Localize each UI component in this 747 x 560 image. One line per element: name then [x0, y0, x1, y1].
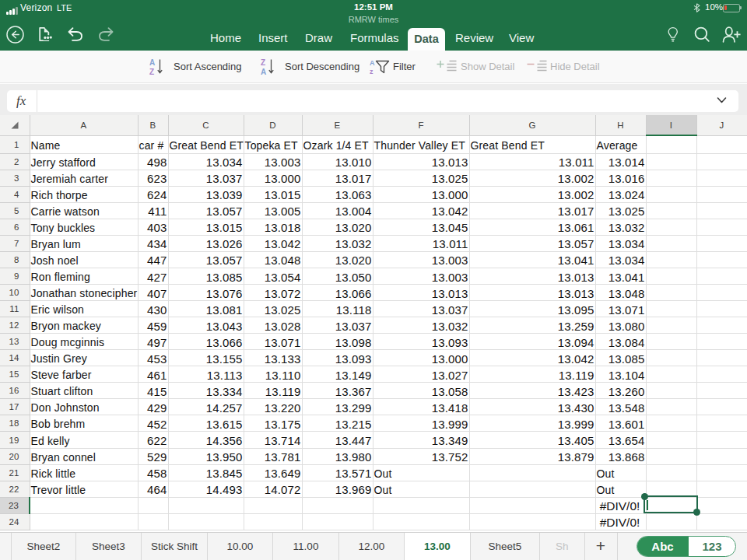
svg-text:z: z — [370, 68, 374, 75]
svg-text:A: A — [149, 58, 155, 67]
svg-text:Z: Z — [261, 58, 265, 67]
svg-text:A: A — [261, 68, 266, 76]
svg-text:Z: Z — [149, 68, 154, 76]
svg-text:A: A — [370, 59, 375, 67]
